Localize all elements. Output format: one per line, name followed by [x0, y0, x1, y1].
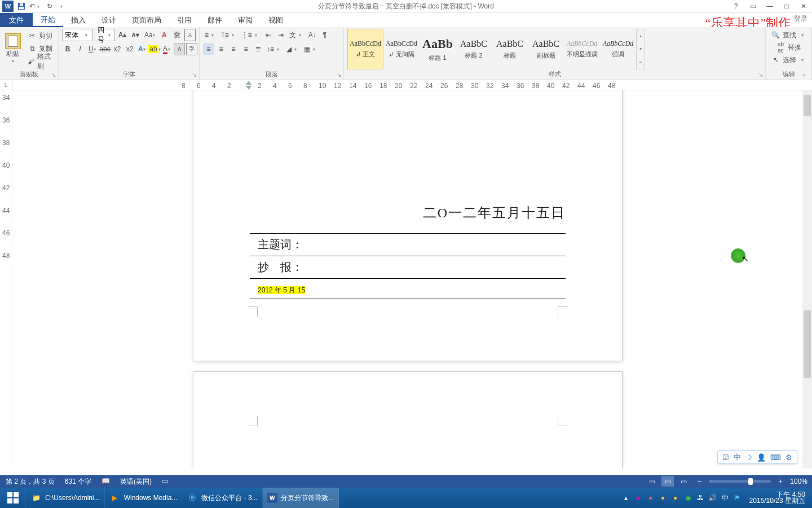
- ime-lang-icon[interactable]: 中: [734, 452, 741, 462]
- line-spacing-icon[interactable]: ↕≡▾: [265, 43, 284, 55]
- taskbar-wmp[interactable]: ▶Windows Media...: [105, 488, 183, 508]
- page-count[interactable]: 第 2 页，共 3 页: [6, 477, 55, 487]
- style-heading1[interactable]: AaBb标题 1: [420, 29, 456, 69]
- tab-file[interactable]: 文件: [0, 13, 33, 27]
- character-border-icon[interactable]: 字: [186, 43, 197, 55]
- read-mode-icon[interactable]: ▭: [646, 476, 658, 487]
- sign-in-link[interactable]: 登录: [794, 14, 807, 24]
- text-effects-icon[interactable]: A▾: [136, 43, 148, 55]
- ribbon-display-icon[interactable]: ▭: [744, 1, 761, 12]
- undo-icon[interactable]: ↶▾: [29, 1, 42, 12]
- zoom-in-icon[interactable]: +: [774, 476, 787, 487]
- language-status[interactable]: 英语(美国): [120, 477, 152, 487]
- subject-line[interactable]: 主题词：: [250, 234, 566, 256]
- character-shading-icon[interactable]: A: [174, 43, 185, 55]
- superscript-icon[interactable]: x2: [124, 43, 135, 55]
- tray-volume-icon[interactable]: 🔊: [708, 488, 718, 508]
- paste-button[interactable]: 粘贴▾: [3, 29, 23, 68]
- collapse-ribbon-icon[interactable]: ⌃: [798, 72, 810, 80]
- style-title[interactable]: AaBbC标题: [492, 29, 528, 69]
- tray-ime-icon[interactable]: 中: [720, 488, 730, 508]
- tab-home[interactable]: 开始: [33, 13, 63, 27]
- scroll-thumb[interactable]: [804, 310, 811, 378]
- ime-moon-icon[interactable]: ☽: [745, 453, 752, 462]
- font-size-combo[interactable]: 四号▾: [95, 29, 115, 41]
- style-emphasis[interactable]: AaBbCcDd强调: [600, 29, 636, 69]
- bullets-icon[interactable]: ≡▾: [203, 29, 218, 41]
- document-canvas[interactable]: 二O一二年五月十五日 主题词： 抄 报： 2012 年 5 月 15 ↖: [12, 90, 812, 468]
- align-right-icon[interactable]: ≡: [228, 43, 239, 55]
- strikethrough-icon[interactable]: abc: [99, 43, 111, 55]
- borders-icon[interactable]: ▦▾: [302, 43, 320, 55]
- tab-layout[interactable]: 页面布局: [124, 13, 169, 27]
- maximize-icon[interactable]: □: [778, 1, 795, 12]
- redo-icon[interactable]: ↻: [43, 1, 56, 12]
- format-painter-button[interactable]: 🖌格式刷: [26, 55, 55, 68]
- italic-icon[interactable]: I: [74, 43, 86, 55]
- help-icon[interactable]: ?: [727, 1, 744, 12]
- style-subtle-emphasis[interactable]: AaBbCcDd不明显强调: [564, 29, 600, 69]
- styles-dialog-launcher-icon[interactable]: ↘: [757, 71, 764, 78]
- subscript-icon[interactable]: x2: [112, 43, 123, 55]
- enclose-characters-icon[interactable]: A: [184, 29, 196, 41]
- qat-customize-icon[interactable]: ▾: [58, 1, 65, 12]
- print-layout-icon[interactable]: ▭: [661, 476, 674, 487]
- ime-keyboard-icon[interactable]: ⌨: [770, 453, 781, 462]
- style-no-spacing[interactable]: AaBbCcDd↲ 无间隔: [383, 29, 420, 69]
- align-left-icon[interactable]: ≡: [203, 43, 214, 55]
- tray-up-icon[interactable]: ▴: [621, 488, 631, 508]
- minimize-icon[interactable]: —: [761, 1, 778, 12]
- taskbar-browser[interactable]: ⓔ微信公众平台 - 3...: [182, 488, 262, 508]
- style-subtitle[interactable]: AaBbC副标题: [528, 29, 564, 69]
- ime-toolbar[interactable]: ☑ 中 ☽ 👤 ⌨ ⚙: [717, 450, 797, 464]
- select-button[interactable]: ↖选择▾: [769, 54, 808, 66]
- change-case-icon[interactable]: Aa▾: [143, 29, 157, 41]
- multilevel-list-icon[interactable]: ⋮≡▾: [240, 29, 262, 41]
- asian-layout-icon[interactable]: 文▾: [288, 29, 306, 41]
- vertical-scrollbar[interactable]: [802, 90, 812, 468]
- ime-settings-icon[interactable]: ⚙: [785, 453, 792, 462]
- font-color-icon[interactable]: A▾: [161, 43, 173, 55]
- proofing-icon[interactable]: 📖: [102, 477, 110, 487]
- shading-icon[interactable]: ◢▾: [285, 43, 301, 55]
- sort-icon[interactable]: A↓: [307, 29, 318, 41]
- show-marks-icon[interactable]: ¶: [319, 29, 330, 41]
- tray-shield-icon[interactable]: ◉: [683, 488, 693, 508]
- word-count[interactable]: 631 个字: [65, 477, 91, 487]
- taskbar-clock[interactable]: 下午 4:50 2015/10/23 星期五: [745, 491, 810, 505]
- tab-insert[interactable]: 插入: [63, 13, 94, 27]
- clear-formatting-icon[interactable]: A̷: [158, 29, 170, 41]
- increase-indent-icon[interactable]: ⇥: [275, 29, 286, 41]
- justify-icon[interactable]: ≡: [240, 43, 251, 55]
- replace-button[interactable]: abac替换: [769, 41, 808, 54]
- tray-app-icon[interactable]: ●: [633, 488, 643, 508]
- close-icon[interactable]: ✕: [795, 1, 812, 12]
- style-heading2[interactable]: AaBbC标题 2: [456, 29, 492, 69]
- tray-app-icon[interactable]: ●: [670, 488, 681, 508]
- shrink-font-icon[interactable]: A▾: [130, 29, 141, 41]
- ime-user-icon[interactable]: 👤: [757, 453, 766, 462]
- taskbar-explorer[interactable]: 📁C:\Users\Admini...: [26, 488, 105, 508]
- tab-selector-icon[interactable]: L: [0, 80, 12, 90]
- save-icon[interactable]: [15, 1, 28, 12]
- decrease-indent-icon[interactable]: ⇤: [263, 29, 274, 41]
- start-button[interactable]: [0, 488, 26, 508]
- find-button[interactable]: 🔍查找▾: [769, 29, 808, 41]
- phonetic-guide-icon[interactable]: 愛: [171, 29, 183, 41]
- highlighted-date[interactable]: 2012 年 5 月 15: [250, 279, 566, 299]
- zoom-slider[interactable]: [709, 480, 771, 483]
- font-dialog-launcher-icon[interactable]: ↘: [191, 71, 198, 78]
- font-family-combo[interactable]: 宋体▾: [62, 29, 93, 41]
- web-layout-icon[interactable]: ▭: [677, 476, 690, 487]
- tray-app-icon[interactable]: ●: [646, 488, 656, 508]
- zoom-out-icon[interactable]: −: [693, 476, 705, 487]
- paragraph-dialog-launcher-icon[interactable]: ↘: [336, 71, 342, 78]
- cc-line[interactable]: 抄 报：: [250, 256, 566, 278]
- vertical-ruler[interactable]: 3436384042444648: [0, 90, 12, 468]
- date-text[interactable]: 二O一二年五月十五日: [250, 204, 566, 222]
- zoom-level[interactable]: 100%: [790, 478, 807, 485]
- align-center-icon[interactable]: ≡: [215, 43, 227, 55]
- styles-scroll[interactable]: ▴▾≡: [636, 29, 645, 69]
- tray-flag-icon[interactable]: ⚑: [732, 488, 743, 508]
- bold-icon[interactable]: B: [62, 43, 73, 55]
